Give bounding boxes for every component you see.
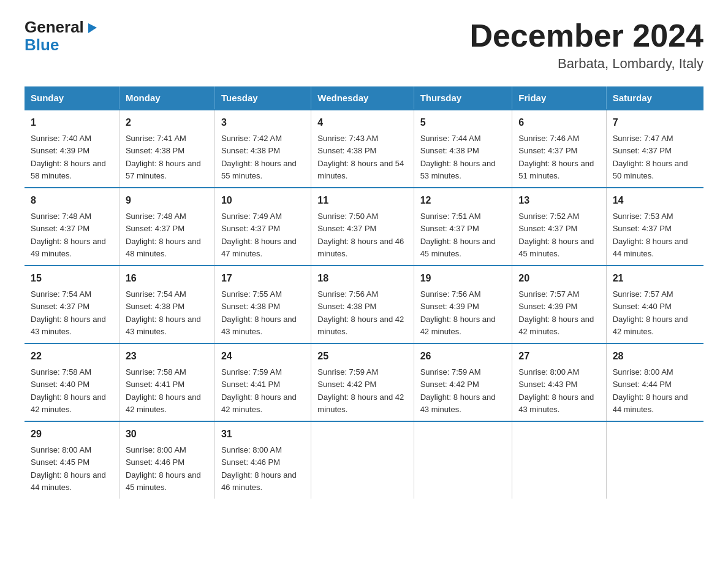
calendar-title: December 2024 [469,18,703,53]
day-info: Sunrise: 8:00 AMSunset: 4:45 PMDaylight:… [31,445,106,492]
day-info: Sunrise: 8:00 AMSunset: 4:44 PMDaylight:… [613,367,688,414]
weekday-header: Sunday [25,86,119,110]
day-info: Sunrise: 7:44 AMSunset: 4:38 PMDaylight:… [420,134,496,180]
day-info: Sunrise: 7:51 AMSunset: 4:37 PMDaylight:… [420,212,496,258]
day-info: Sunrise: 7:48 AMSunset: 4:37 PMDaylight:… [31,212,106,258]
day-number: 22 [31,349,113,364]
calendar-cell: 30Sunrise: 8:00 AMSunset: 4:46 PMDayligh… [119,421,214,499]
calendar-cell: 18Sunrise: 7:56 AMSunset: 4:38 PMDayligh… [311,266,414,343]
day-info: Sunrise: 7:48 AMSunset: 4:37 PMDaylight:… [126,212,201,258]
calendar-week-row: 15Sunrise: 7:54 AMSunset: 4:37 PMDayligh… [25,266,703,343]
calendar-cell: 11Sunrise: 7:50 AMSunset: 4:37 PMDayligh… [311,188,414,266]
day-number: 20 [518,271,599,286]
day-info: Sunrise: 7:50 AMSunset: 4:37 PMDaylight:… [317,212,404,258]
day-number: 19 [420,271,506,286]
day-number: 2 [126,115,208,130]
weekday-header: Friday [512,86,606,110]
title-section: December 2024 Barbata, Lombardy, Italy [469,18,703,72]
weekday-header: Wednesday [311,86,414,110]
day-number: 31 [221,427,305,442]
location-subtitle: Barbata, Lombardy, Italy [469,56,703,72]
day-info: Sunrise: 7:46 AMSunset: 4:37 PMDaylight:… [518,134,594,180]
day-number: 15 [31,271,113,286]
calendar-week-row: 1Sunrise: 7:40 AMSunset: 4:39 PMDaylight… [25,110,703,188]
weekday-header: Thursday [414,86,512,110]
calendar-cell: 12Sunrise: 7:51 AMSunset: 4:37 PMDayligh… [414,188,512,266]
calendar-cell: 2Sunrise: 7:41 AMSunset: 4:38 PMDaylight… [119,110,214,188]
calendar-cell: 13Sunrise: 7:52 AMSunset: 4:37 PMDayligh… [512,188,606,266]
calendar-cell: 4Sunrise: 7:43 AMSunset: 4:38 PMDaylight… [311,110,414,188]
weekday-header: Tuesday [214,86,311,110]
day-info: Sunrise: 7:57 AMSunset: 4:40 PMDaylight:… [613,289,688,336]
day-number: 7 [613,115,697,130]
calendar-cell: 1Sunrise: 7:40 AMSunset: 4:39 PMDaylight… [25,110,119,188]
logo: General Blue [25,18,99,53]
day-number: 6 [518,115,599,130]
day-number: 24 [221,349,305,364]
day-info: Sunrise: 7:58 AMSunset: 4:40 PMDaylight:… [31,367,106,414]
day-info: Sunrise: 7:40 AMSunset: 4:39 PMDaylight:… [31,134,106,180]
day-number: 3 [221,115,305,130]
day-info: Sunrise: 7:54 AMSunset: 4:37 PMDaylight:… [31,289,106,336]
day-info: Sunrise: 7:57 AMSunset: 4:39 PMDaylight:… [518,289,594,336]
calendar-cell: 3Sunrise: 7:42 AMSunset: 4:38 PMDaylight… [214,110,311,188]
calendar-week-row: 22Sunrise: 7:58 AMSunset: 4:40 PMDayligh… [25,343,703,421]
calendar-cell: 19Sunrise: 7:56 AMSunset: 4:39 PMDayligh… [414,266,512,343]
day-number: 4 [317,115,407,130]
calendar-week-row: 8Sunrise: 7:48 AMSunset: 4:37 PMDaylight… [25,188,703,266]
day-number: 10 [221,193,305,208]
day-info: Sunrise: 8:00 AMSunset: 4:46 PMDaylight:… [126,445,201,492]
day-number: 29 [31,427,113,442]
day-number: 17 [221,271,305,286]
day-info: Sunrise: 7:42 AMSunset: 4:38 PMDaylight:… [221,134,297,180]
day-info: Sunrise: 7:59 AMSunset: 4:42 PMDaylight:… [317,367,404,414]
calendar-cell: 17Sunrise: 7:55 AMSunset: 4:38 PMDayligh… [214,266,311,343]
day-number: 16 [126,271,208,286]
day-number: 26 [420,349,506,364]
day-number: 9 [126,193,208,208]
calendar-week-row: 29Sunrise: 8:00 AMSunset: 4:45 PMDayligh… [25,421,703,499]
day-number: 23 [126,349,208,364]
calendar-cell [606,421,703,499]
day-number: 28 [613,349,697,364]
calendar-cell: 10Sunrise: 7:49 AMSunset: 4:37 PMDayligh… [214,188,311,266]
day-number: 25 [317,349,407,364]
day-number: 27 [518,349,599,364]
calendar-cell: 8Sunrise: 7:48 AMSunset: 4:37 PMDaylight… [25,188,119,266]
calendar-cell: 22Sunrise: 7:58 AMSunset: 4:40 PMDayligh… [25,343,119,421]
day-number: 21 [613,271,697,286]
day-number: 13 [518,193,599,208]
day-info: Sunrise: 7:56 AMSunset: 4:39 PMDaylight:… [420,289,496,336]
calendar-cell: 26Sunrise: 7:59 AMSunset: 4:42 PMDayligh… [414,343,512,421]
day-info: Sunrise: 7:59 AMSunset: 4:41 PMDaylight:… [221,367,297,414]
calendar-cell: 16Sunrise: 7:54 AMSunset: 4:38 PMDayligh… [119,266,214,343]
calendar-table: SundayMondayTuesdayWednesdayThursdayFrid… [25,86,703,499]
calendar-cell [311,421,414,499]
calendar-cell: 28Sunrise: 8:00 AMSunset: 4:44 PMDayligh… [606,343,703,421]
day-info: Sunrise: 7:43 AMSunset: 4:38 PMDaylight:… [317,134,404,180]
day-info: Sunrise: 7:49 AMSunset: 4:37 PMDaylight:… [221,212,297,258]
logo-blue-text: Blue [25,36,59,54]
calendar-cell: 7Sunrise: 7:47 AMSunset: 4:37 PMDaylight… [606,110,703,188]
calendar-cell [414,421,512,499]
day-info: Sunrise: 7:41 AMSunset: 4:38 PMDaylight:… [126,134,201,180]
day-number: 18 [317,271,407,286]
calendar-cell: 5Sunrise: 7:44 AMSunset: 4:38 PMDaylight… [414,110,512,188]
day-info: Sunrise: 7:59 AMSunset: 4:42 PMDaylight:… [420,367,496,414]
day-info: Sunrise: 7:47 AMSunset: 4:37 PMDaylight:… [613,134,688,180]
calendar-cell: 27Sunrise: 8:00 AMSunset: 4:43 PMDayligh… [512,343,606,421]
calendar-cell: 23Sunrise: 7:58 AMSunset: 4:41 PMDayligh… [119,343,214,421]
weekday-header: Saturday [606,86,703,110]
logo-general-text: General [25,18,84,36]
weekday-header: Monday [119,86,214,110]
day-info: Sunrise: 8:00 AMSunset: 4:43 PMDaylight:… [518,367,594,414]
day-info: Sunrise: 7:52 AMSunset: 4:37 PMDaylight:… [518,212,594,258]
day-info: Sunrise: 7:58 AMSunset: 4:41 PMDaylight:… [126,367,201,414]
logo-triangle-icon [86,21,99,34]
page-header: General Blue December 2024 Barbata, Lomb… [25,18,703,72]
calendar-cell: 20Sunrise: 7:57 AMSunset: 4:39 PMDayligh… [512,266,606,343]
svg-marker-0 [88,23,97,33]
calendar-cell: 29Sunrise: 8:00 AMSunset: 4:45 PMDayligh… [25,421,119,499]
day-number: 30 [126,427,208,442]
day-number: 8 [31,193,113,208]
